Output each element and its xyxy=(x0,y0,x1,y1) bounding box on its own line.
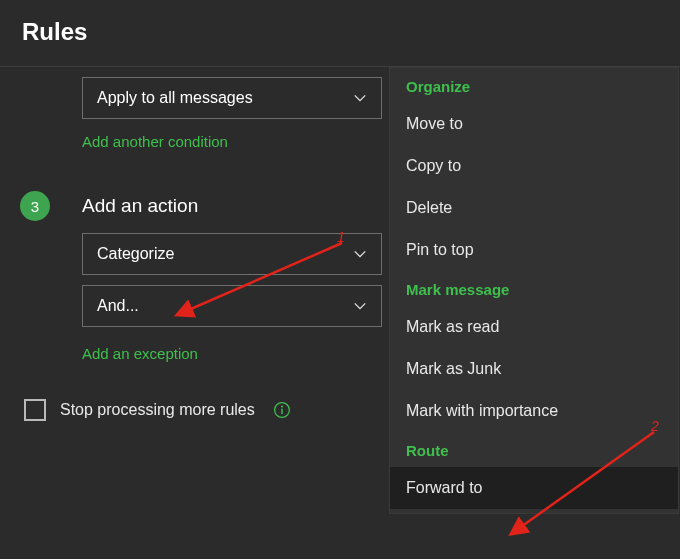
add-condition-link[interactable]: Add another condition xyxy=(82,133,228,150)
menu-item-mark-as-read[interactable]: Mark as read xyxy=(390,306,678,348)
action-select-2-label: And... xyxy=(97,297,139,315)
chevron-down-icon xyxy=(353,299,367,313)
chevron-down-icon xyxy=(353,247,367,261)
menu-group-mark-message: Mark message xyxy=(390,271,678,306)
menu-item-mark-as-junk[interactable]: Mark as Junk xyxy=(390,348,678,390)
action-menu: Organize Move to Copy to Delete Pin to t… xyxy=(390,68,678,513)
info-icon[interactable] xyxy=(273,401,291,419)
menu-item-mark-with-importance[interactable]: Mark with importance xyxy=(390,390,678,432)
step-title: Add an action xyxy=(82,195,198,217)
svg-point-1 xyxy=(281,405,283,407)
action-select-1[interactable]: Categorize xyxy=(82,233,382,275)
menu-group-route: Route xyxy=(390,432,678,467)
menu-item-delete[interactable]: Delete xyxy=(390,187,678,229)
condition-select-label: Apply to all messages xyxy=(97,89,253,107)
menu-item-copy-to[interactable]: Copy to xyxy=(390,145,678,187)
action-select-2[interactable]: And... xyxy=(82,285,382,327)
menu-item-pin-to-top[interactable]: Pin to top xyxy=(390,229,678,271)
action-select-1-label: Categorize xyxy=(97,245,174,263)
stop-processing-label: Stop processing more rules xyxy=(60,401,255,419)
svg-rect-2 xyxy=(281,409,282,414)
step-badge: 3 xyxy=(20,191,50,221)
menu-group-organize: Organize xyxy=(390,68,678,103)
add-exception-link[interactable]: Add an exception xyxy=(82,345,198,362)
condition-select[interactable]: Apply to all messages xyxy=(82,77,382,119)
menu-item-move-to[interactable]: Move to xyxy=(390,103,678,145)
chevron-down-icon xyxy=(353,91,367,105)
stop-processing-checkbox[interactable] xyxy=(24,399,46,421)
menu-item-forward-to[interactable]: Forward to xyxy=(390,467,678,509)
page-title: Rules xyxy=(0,0,680,46)
